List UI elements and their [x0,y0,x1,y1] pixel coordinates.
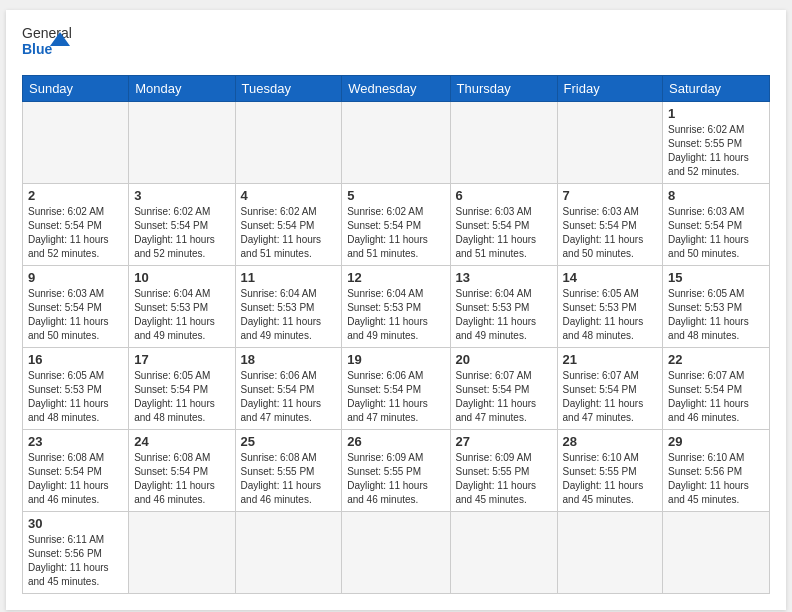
day-number: 8 [668,188,764,203]
day-info: Sunrise: 6:04 AM Sunset: 5:53 PM Dayligh… [134,287,229,343]
day-number: 25 [241,434,337,449]
calendar-cell [450,512,557,594]
day-number: 1 [668,106,764,121]
calendar-cell [235,512,342,594]
day-info: Sunrise: 6:02 AM Sunset: 5:54 PM Dayligh… [347,205,444,261]
calendar-cell: 19Sunrise: 6:06 AM Sunset: 5:54 PM Dayli… [342,348,450,430]
calendar-cell: 29Sunrise: 6:10 AM Sunset: 5:56 PM Dayli… [663,430,770,512]
logo-svg: GeneralBlue [22,22,72,67]
calendar-cell: 12Sunrise: 6:04 AM Sunset: 5:53 PM Dayli… [342,266,450,348]
weekday-header-friday: Friday [557,76,663,102]
weekday-header-tuesday: Tuesday [235,76,342,102]
calendar-table: SundayMondayTuesdayWednesdayThursdayFrid… [22,75,770,594]
day-info: Sunrise: 6:04 AM Sunset: 5:53 PM Dayligh… [456,287,552,343]
day-info: Sunrise: 6:05 AM Sunset: 5:54 PM Dayligh… [134,369,229,425]
day-number: 23 [28,434,123,449]
day-info: Sunrise: 6:10 AM Sunset: 5:56 PM Dayligh… [668,451,764,507]
calendar-cell: 24Sunrise: 6:08 AM Sunset: 5:54 PM Dayli… [129,430,235,512]
day-info: Sunrise: 6:09 AM Sunset: 5:55 PM Dayligh… [347,451,444,507]
calendar-cell: 2Sunrise: 6:02 AM Sunset: 5:54 PM Daylig… [23,184,129,266]
calendar-cell [129,102,235,184]
calendar-cell: 6Sunrise: 6:03 AM Sunset: 5:54 PM Daylig… [450,184,557,266]
calendar-cell: 28Sunrise: 6:10 AM Sunset: 5:55 PM Dayli… [557,430,663,512]
day-info: Sunrise: 6:08 AM Sunset: 5:54 PM Dayligh… [134,451,229,507]
weekday-header-sunday: Sunday [23,76,129,102]
day-info: Sunrise: 6:04 AM Sunset: 5:53 PM Dayligh… [241,287,337,343]
calendar-container: GeneralBlue SundayMondayTuesdayWednesday… [6,10,786,610]
day-number: 29 [668,434,764,449]
day-number: 24 [134,434,229,449]
day-info: Sunrise: 6:03 AM Sunset: 5:54 PM Dayligh… [563,205,658,261]
calendar-cell: 11Sunrise: 6:04 AM Sunset: 5:53 PM Dayli… [235,266,342,348]
day-info: Sunrise: 6:02 AM Sunset: 5:54 PM Dayligh… [241,205,337,261]
day-number: 27 [456,434,552,449]
day-number: 28 [563,434,658,449]
weekday-header-row: SundayMondayTuesdayWednesdayThursdayFrid… [23,76,770,102]
weekday-header-saturday: Saturday [663,76,770,102]
calendar-cell: 22Sunrise: 6:07 AM Sunset: 5:54 PM Dayli… [663,348,770,430]
svg-text:Blue: Blue [22,41,53,57]
calendar-cell: 16Sunrise: 6:05 AM Sunset: 5:53 PM Dayli… [23,348,129,430]
day-number: 12 [347,270,444,285]
week-row-1: 1Sunrise: 6:02 AM Sunset: 5:55 PM Daylig… [23,102,770,184]
calendar-cell: 5Sunrise: 6:02 AM Sunset: 5:54 PM Daylig… [342,184,450,266]
day-number: 16 [28,352,123,367]
day-number: 9 [28,270,123,285]
calendar-body: 1Sunrise: 6:02 AM Sunset: 5:55 PM Daylig… [23,102,770,594]
calendar-cell: 8Sunrise: 6:03 AM Sunset: 5:54 PM Daylig… [663,184,770,266]
day-info: Sunrise: 6:07 AM Sunset: 5:54 PM Dayligh… [456,369,552,425]
calendar-cell: 7Sunrise: 6:03 AM Sunset: 5:54 PM Daylig… [557,184,663,266]
day-info: Sunrise: 6:03 AM Sunset: 5:54 PM Dayligh… [456,205,552,261]
calendar-cell [129,512,235,594]
calendar-cell: 1Sunrise: 6:02 AM Sunset: 5:55 PM Daylig… [663,102,770,184]
day-info: Sunrise: 6:05 AM Sunset: 5:53 PM Dayligh… [563,287,658,343]
calendar-cell [342,102,450,184]
day-info: Sunrise: 6:11 AM Sunset: 5:56 PM Dayligh… [28,533,123,589]
day-number: 10 [134,270,229,285]
day-number: 22 [668,352,764,367]
day-info: Sunrise: 6:10 AM Sunset: 5:55 PM Dayligh… [563,451,658,507]
calendar-cell: 3Sunrise: 6:02 AM Sunset: 5:54 PM Daylig… [129,184,235,266]
week-row-2: 2Sunrise: 6:02 AM Sunset: 5:54 PM Daylig… [23,184,770,266]
day-number: 6 [456,188,552,203]
day-number: 13 [456,270,552,285]
calendar-cell [557,512,663,594]
calendar-cell: 27Sunrise: 6:09 AM Sunset: 5:55 PM Dayli… [450,430,557,512]
logo: GeneralBlue [22,22,72,67]
day-info: Sunrise: 6:03 AM Sunset: 5:54 PM Dayligh… [668,205,764,261]
day-number: 30 [28,516,123,531]
day-number: 11 [241,270,337,285]
day-info: Sunrise: 6:02 AM Sunset: 5:54 PM Dayligh… [28,205,123,261]
day-number: 4 [241,188,337,203]
day-info: Sunrise: 6:06 AM Sunset: 5:54 PM Dayligh… [241,369,337,425]
day-number: 3 [134,188,229,203]
calendar-cell [342,512,450,594]
weekday-header-wednesday: Wednesday [342,76,450,102]
day-number: 21 [563,352,658,367]
week-row-6: 30Sunrise: 6:11 AM Sunset: 5:56 PM Dayli… [23,512,770,594]
calendar-cell: 14Sunrise: 6:05 AM Sunset: 5:53 PM Dayli… [557,266,663,348]
day-info: Sunrise: 6:07 AM Sunset: 5:54 PM Dayligh… [563,369,658,425]
day-number: 15 [668,270,764,285]
day-number: 5 [347,188,444,203]
calendar-cell [450,102,557,184]
calendar-cell: 13Sunrise: 6:04 AM Sunset: 5:53 PM Dayli… [450,266,557,348]
calendar-cell: 30Sunrise: 6:11 AM Sunset: 5:56 PM Dayli… [23,512,129,594]
day-number: 18 [241,352,337,367]
calendar-cell [235,102,342,184]
calendar-cell: 18Sunrise: 6:06 AM Sunset: 5:54 PM Dayli… [235,348,342,430]
calendar-cell: 21Sunrise: 6:07 AM Sunset: 5:54 PM Dayli… [557,348,663,430]
day-number: 2 [28,188,123,203]
calendar-cell: 10Sunrise: 6:04 AM Sunset: 5:53 PM Dayli… [129,266,235,348]
calendar-cell [663,512,770,594]
day-info: Sunrise: 6:06 AM Sunset: 5:54 PM Dayligh… [347,369,444,425]
weekday-header-thursday: Thursday [450,76,557,102]
calendar-cell: 25Sunrise: 6:08 AM Sunset: 5:55 PM Dayli… [235,430,342,512]
calendar-cell: 4Sunrise: 6:02 AM Sunset: 5:54 PM Daylig… [235,184,342,266]
weekday-header-monday: Monday [129,76,235,102]
day-info: Sunrise: 6:03 AM Sunset: 5:54 PM Dayligh… [28,287,123,343]
day-info: Sunrise: 6:04 AM Sunset: 5:53 PM Dayligh… [347,287,444,343]
day-number: 7 [563,188,658,203]
calendar-cell: 15Sunrise: 6:05 AM Sunset: 5:53 PM Dayli… [663,266,770,348]
calendar-cell [557,102,663,184]
